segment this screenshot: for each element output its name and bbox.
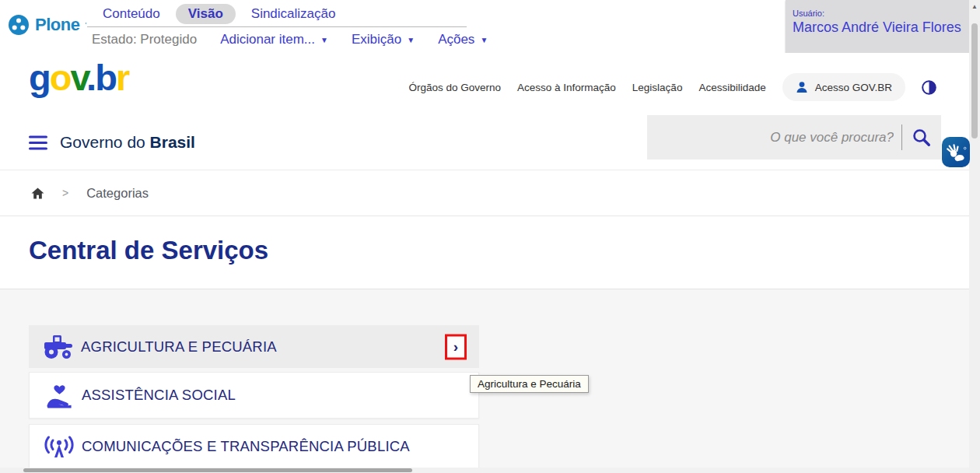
expand-category-button[interactable]: › (445, 334, 467, 359)
plone-tabs: Conteúdo Visão Sindicalização (100, 3, 338, 25)
header-top-nav: Órgãos do Governo Acesso à Informação Le… (408, 72, 936, 102)
login-button[interactable]: Acesso GOV.BR (782, 73, 905, 101)
content-state-label: Estado: Protegido (92, 32, 197, 47)
nav-link-legislacao[interactable]: Legislação (632, 82, 683, 93)
broadcast-tower-icon (43, 435, 75, 458)
category-label: ASSISTÊNCIA SOCIAL (82, 387, 236, 404)
title-section: Central de Serviços (0, 216, 969, 289)
dropdown-arrow-icon: ▼ (320, 36, 328, 44)
horizontal-scrollbar-thumb[interactable] (23, 468, 412, 472)
add-item-menu[interactable]: Adicionar item...▼ (220, 32, 328, 47)
dropdown-arrow-icon: ▼ (407, 36, 415, 44)
breadcrumb-current[interactable]: Categorias (86, 186, 149, 201)
plone-logo-text: Plone (35, 15, 79, 35)
vlibras-accessibility-button[interactable] (942, 137, 970, 167)
site-name: Governo do Brasil (60, 133, 195, 152)
contrast-toggle-icon[interactable] (922, 80, 936, 95)
tractor-icon (42, 334, 75, 359)
nav-link-orgaos[interactable]: Órgãos do Governo (408, 82, 501, 93)
govbr-logo[interactable]: gov.br (29, 59, 128, 96)
plone-logo-icon (8, 14, 30, 36)
site-title-row: Governo do Brasil (29, 133, 195, 152)
govbr-header: gov.br Órgãos do Governo Acesso à Inform… (0, 53, 969, 170)
hand-holding-heart-icon (43, 382, 75, 408)
search-icon (912, 128, 932, 148)
vertical-scrollbar[interactable]: ▲ (969, 0, 980, 473)
tab-conteudo[interactable]: Conteúdo (100, 5, 163, 23)
actions-menu[interactable]: Ações▼ (438, 32, 488, 47)
toolbar-divider (87, 26, 467, 27)
horizontal-scrollbar[interactable] (0, 468, 969, 473)
sign-language-hands-icon (944, 140, 968, 165)
plone-trademark: ' (85, 21, 86, 29)
dropdown-arrow-icon: ▼ (480, 36, 488, 44)
plone-logo[interactable]: Plone' (8, 14, 86, 36)
category-label: AGRICULTURA E PECUÁRIA (81, 338, 277, 356)
user-name: Marcos André Vieira Flores (793, 19, 961, 36)
category-card-comunicacoes[interactable]: COMUNICAÇÕES E TRANSPARÊNCIA PÚBLICA (29, 424, 479, 469)
breadcrumb: > Categorias (0, 170, 969, 216)
category-list: AGRICULTURA E PECUÁRIA › ASSISTÊNCIA SOC… (0, 289, 969, 468)
chevron-right-icon: › (453, 338, 458, 353)
user-menu[interactable]: Usuário: Marcos André Vieira Flores▼ (786, 0, 969, 53)
category-label: COMUNICAÇÕES E TRANSPARÊNCIA PÚBLICA (82, 438, 410, 455)
nav-link-acesso-informacao[interactable]: Acesso à Informação (517, 82, 616, 93)
plone-toolbar: Plone' Conteúdo Visão Sindicalização Est… (0, 0, 969, 53)
menu-hamburger-icon[interactable] (29, 135, 48, 151)
category-card-agricultura[interactable]: AGRICULTURA E PECUÁRIA › (29, 325, 479, 368)
page-title: Central de Serviços (29, 236, 268, 265)
home-icon[interactable] (31, 187, 44, 199)
tab-visao[interactable]: Visão (176, 4, 236, 24)
display-menu[interactable]: Exibição▼ (352, 32, 415, 47)
plone-actions-row: Estado: Protegido Adicionar item...▼ Exi… (92, 32, 488, 47)
nav-link-acessibilidade[interactable]: Acessibilidade (698, 82, 765, 93)
category-card-assistencia[interactable]: ASSISTÊNCIA SOCIAL (29, 372, 479, 419)
tab-sindicalizacao[interactable]: Sindicalização (248, 5, 339, 23)
scroll-up-arrow-icon[interactable]: ▲ (969, 0, 980, 12)
tooltip: Agricultura e Pecuária (470, 375, 589, 393)
search-input[interactable] (647, 115, 901, 159)
user-label: Usuário: (793, 9, 969, 18)
breadcrumb-separator-icon: > (62, 187, 68, 199)
user-icon (796, 81, 808, 93)
vertical-scrollbar-thumb[interactable] (971, 23, 978, 138)
search-button[interactable] (902, 115, 941, 159)
search-bar (647, 115, 941, 159)
